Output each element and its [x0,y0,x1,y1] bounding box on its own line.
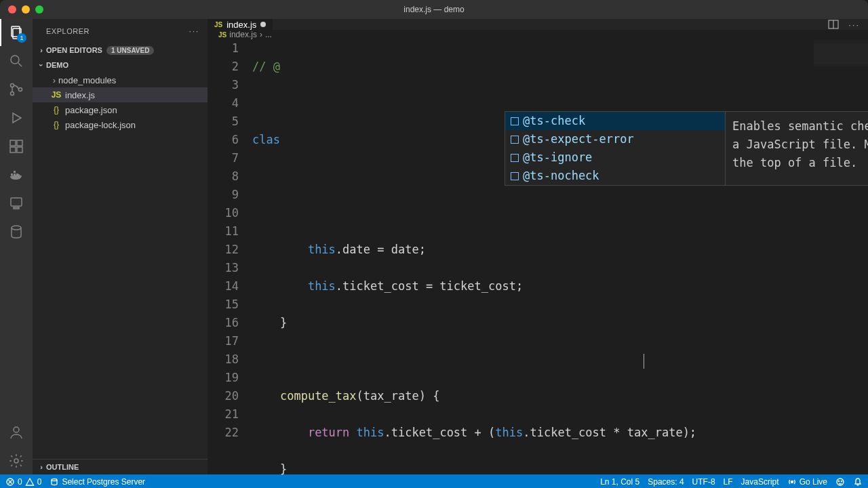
titlebar: index.js — demo [0,0,868,19]
chevron-right-icon: › [260,30,262,39]
snippet-icon [511,172,519,180]
svg-rect-10 [10,147,16,152]
docker-icon[interactable] [8,167,24,183]
editor-more-icon[interactable]: ··· [848,20,860,30]
js-file-icon: JS [218,31,226,39]
database-icon[interactable] [8,224,24,240]
dirty-indicator-icon [260,22,266,27]
account-icon[interactable] [8,424,24,441]
open-editors-label: OPEN EDITORS [46,46,102,54]
svg-point-2 [11,56,19,64]
line-gutter: 12345678910111213141516171819202122 [208,39,252,488]
js-file-icon: JS [214,21,222,28]
project-section[interactable]: › DEMO [33,58,208,73]
window-title: index.js — demo [403,5,464,14]
file-package-lock[interactable]: {} package-lock.json [33,117,208,132]
maximize-window-button[interactable] [35,5,43,14]
file-index-js[interactable]: JS index.js [33,87,208,102]
outline-label: OUTLINE [46,463,79,471]
breadcrumb-file: index.js [229,30,257,39]
file-label: package-lock.json [65,120,136,130]
traffic-lights [0,5,43,14]
suggest-detail: × Enables semantic checking in a JavaScr… [726,111,868,186]
svg-point-4 [11,84,14,87]
file-package-json[interactable]: {} package.json [33,102,208,117]
json-file-icon: {} [50,105,62,115]
intellisense-popup: @ts-check @ts-expect-error @ts-ignore @t… [505,111,868,186]
text-cursor-icon [644,354,644,369]
open-editors-section[interactable]: › OPEN EDITORS 1 UNSAVED [33,43,208,58]
tab-label: index.js [226,20,256,30]
tab-row: JS index.js ··· [208,19,868,30]
minimize-window-button[interactable] [22,5,30,14]
outline-section[interactable]: › OUTLINE [33,460,208,474]
folder-label: node_modules [58,75,116,85]
debug-icon[interactable] [8,110,24,126]
svg-marker-7 [13,113,21,123]
extensions-icon[interactable] [8,138,24,155]
svg-line-3 [18,63,22,66]
suggest-item-ts-check[interactable]: @ts-check [505,112,725,130]
snippet-icon [511,154,519,162]
sidebar-more-icon[interactable]: ··· [189,27,199,35]
svg-point-5 [11,92,14,96]
svg-rect-8 [10,140,16,146]
gear-icon[interactable] [8,453,24,469]
tab-index-js[interactable]: JS index.js [208,19,273,30]
breadcrumb-symbol: ... [265,30,272,39]
svg-rect-11 [17,147,22,152]
snippet-icon [511,117,519,125]
suggest-item-ts-ignore[interactable]: @ts-ignore [505,148,725,167]
status-errors[interactable]: 0 0 [5,477,41,487]
svg-rect-17 [14,207,19,209]
folder-node-modules[interactable]: › node_modules [33,73,208,87]
explorer-badge: 1 [17,33,26,43]
code-editor[interactable]: 12345678910111213141516171819202122 // @… [208,39,868,488]
project-name: DEMO [46,61,68,69]
suggest-item-ts-nocheck[interactable]: @ts-nocheck [505,167,725,185]
suggest-detail-text: Enables semantic checking in a JavaScrip… [732,119,868,169]
svg-point-19 [14,427,19,432]
unsaved-badge: 1 UNSAVED [106,46,155,55]
js-file-icon: JS [50,90,62,100]
svg-rect-16 [11,198,22,206]
snippet-icon [511,136,519,144]
suggest-item-ts-expect-error[interactable]: @ts-expect-error [505,130,725,148]
activity-bar: 1 [0,19,33,474]
sidebar-title: EXPLORER [46,27,90,35]
explorer-icon[interactable]: 1 [8,24,24,41]
status-postgres[interactable]: Select Postgres Server [50,477,145,487]
svg-rect-12 [11,174,13,176]
remote-icon[interactable] [8,195,24,211]
editor-area: JS index.js ··· JS index.js › ... 123456… [208,19,868,474]
suggest-list: @ts-check @ts-expect-error @ts-ignore @t… [505,111,726,186]
split-editor-icon[interactable] [828,19,839,30]
breadcrumbs[interactable]: JS index.js › ... [208,30,868,39]
file-label: package.json [65,105,117,115]
minimap[interactable] [814,39,868,488]
source-control-icon[interactable] [8,81,24,98]
explorer-sidebar: EXPLORER ··· › OPEN EDITORS 1 UNSAVED › … [33,19,208,474]
search-icon[interactable] [8,53,24,69]
svg-rect-9 [17,140,22,146]
close-window-button[interactable] [8,5,16,14]
file-label: index.js [65,90,95,100]
svg-point-26 [52,479,57,481]
svg-rect-15 [14,171,16,173]
code-content[interactable]: // @ clas this.date = date; this.ticket_… [252,39,868,488]
svg-point-18 [12,226,21,230]
json-file-icon: {} [50,120,62,129]
svg-point-20 [14,459,18,463]
svg-point-6 [19,88,22,92]
